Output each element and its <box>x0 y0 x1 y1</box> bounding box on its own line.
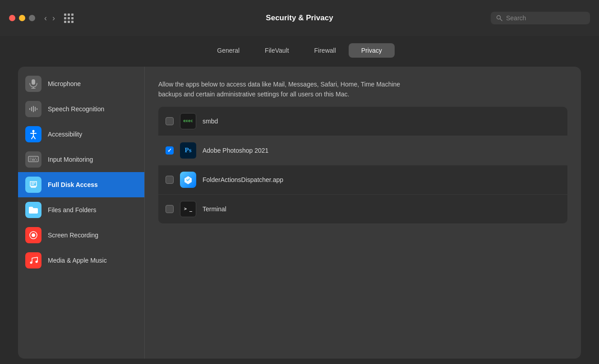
minimize-button[interactable] <box>19 15 25 21</box>
table-row[interactable]: FolderActionsDispatcher.app <box>158 165 567 195</box>
smbd-name: smbd <box>203 118 218 125</box>
photoshop-icon: Ps <box>180 142 196 159</box>
sidebar-item-screen-recording[interactable]: Screen Recording <box>18 223 144 248</box>
table-row[interactable]: exec smbd <box>158 107 567 136</box>
svg-rect-16 <box>30 158 31 159</box>
back-arrow[interactable]: ‹ <box>44 14 47 22</box>
sidebar: Microphone Speech Recognition <box>18 67 144 359</box>
window-controls <box>9 15 35 21</box>
smbd-checkbox[interactable] <box>166 117 174 125</box>
sidebar-item-accessibility[interactable]: Accessibility <box>18 122 144 147</box>
tab-general[interactable]: General <box>204 43 252 58</box>
tab-privacy[interactable]: Privacy <box>349 43 395 58</box>
svg-point-26 <box>36 261 38 263</box>
svg-line-1 <box>500 19 502 21</box>
terminal-checkbox[interactable] <box>166 205 174 213</box>
sidebar-label-media-music: Media & Apple Music <box>48 257 107 264</box>
nav-arrows: ‹ › <box>44 14 55 22</box>
app-list: exec smbd ✓ Ps Adobe Photoshop 2021 <box>158 107 567 223</box>
sidebar-item-input-monitoring[interactable]: Input Monitoring <box>18 147 144 172</box>
sidebar-item-speech-recognition[interactable]: Speech Recognition <box>18 96 144 122</box>
main-content: General FileVault Firewall Privacy Micro… <box>0 36 599 364</box>
maximize-button[interactable] <box>29 15 35 21</box>
svg-point-25 <box>30 262 32 264</box>
photoshop-name: Adobe Photoshop 2021 <box>203 147 268 154</box>
search-icon <box>496 15 502 21</box>
input-monitoring-icon <box>25 151 41 168</box>
svg-rect-18 <box>33 158 34 159</box>
terminal-name: Terminal <box>203 205 226 213</box>
folder-actions-name: FolderActionsDispatcher.app <box>203 176 283 183</box>
table-row[interactable]: > _ Terminal <box>158 195 567 223</box>
svg-line-14 <box>33 136 35 139</box>
content-area: Microphone Speech Recognition <box>18 67 581 359</box>
sidebar-label-accessibility: Accessibility <box>48 131 82 138</box>
smbd-icon: exec <box>180 113 196 129</box>
svg-rect-8 <box>35 107 36 111</box>
sidebar-label-full-disk: Full Disk Access <box>48 181 98 188</box>
sidebar-label-screen-recording: Screen Recording <box>48 232 98 239</box>
folder-actions-checkbox[interactable] <box>166 176 174 184</box>
svg-rect-9 <box>37 108 37 110</box>
media-apple-music-icon <box>25 252 41 268</box>
forward-arrow[interactable]: › <box>52 14 55 22</box>
apps-grid-icon[interactable] <box>64 14 74 23</box>
description-text: Allow the apps below to access data like… <box>158 79 420 100</box>
sidebar-label-microphone: Microphone <box>48 80 81 87</box>
speech-recognition-icon <box>25 101 41 117</box>
table-row[interactable]: ✓ Ps Adobe Photoshop 2021 <box>158 136 567 165</box>
tabs: General FileVault Firewall Privacy <box>18 36 581 67</box>
titlebar: ‹ › Security & Privacy <box>0 0 599 36</box>
full-disk-access-icon <box>25 177 41 193</box>
svg-rect-20 <box>30 159 31 160</box>
checkmark-icon: ✓ <box>167 147 172 154</box>
screen-recording-icon <box>25 227 41 243</box>
svg-point-24 <box>32 233 35 237</box>
sidebar-item-microphone[interactable]: Microphone <box>18 71 144 96</box>
svg-rect-15 <box>28 156 38 162</box>
sidebar-label-files-folders: Files and Folders <box>48 206 96 214</box>
search-input[interactable] <box>506 14 585 22</box>
svg-point-10 <box>32 130 35 132</box>
accessibility-icon <box>25 126 41 142</box>
sidebar-item-full-disk-access[interactable]: Full Disk Access <box>18 172 144 197</box>
svg-rect-2 <box>32 79 35 85</box>
sidebar-label-input-monitoring: Input Monitoring <box>48 156 93 163</box>
right-panel: Allow the apps below to access data like… <box>144 67 581 359</box>
sidebar-item-files-and-folders[interactable]: Files and Folders <box>18 197 144 223</box>
search-box[interactable] <box>491 12 590 24</box>
sidebar-item-media-apple-music[interactable]: Media & Apple Music <box>18 248 144 273</box>
folder-actions-icon <box>180 172 196 188</box>
terminal-icon: > _ <box>180 201 196 217</box>
svg-rect-6 <box>31 107 32 111</box>
tab-firewall[interactable]: Firewall <box>302 43 349 58</box>
svg-rect-21 <box>32 159 35 160</box>
window-title: Security & Privacy <box>266 14 333 23</box>
tab-filevault[interactable]: FileVault <box>252 43 301 58</box>
photoshop-checkbox[interactable]: ✓ <box>166 146 174 155</box>
files-folders-icon <box>25 202 41 218</box>
svg-rect-7 <box>33 106 34 112</box>
microphone-icon <box>25 76 41 92</box>
sidebar-label-speech: Speech Recognition <box>48 105 104 113</box>
svg-rect-5 <box>29 108 30 110</box>
svg-rect-19 <box>35 158 36 159</box>
svg-rect-22 <box>36 159 37 160</box>
svg-rect-17 <box>32 158 32 159</box>
close-button[interactable] <box>9 15 15 21</box>
